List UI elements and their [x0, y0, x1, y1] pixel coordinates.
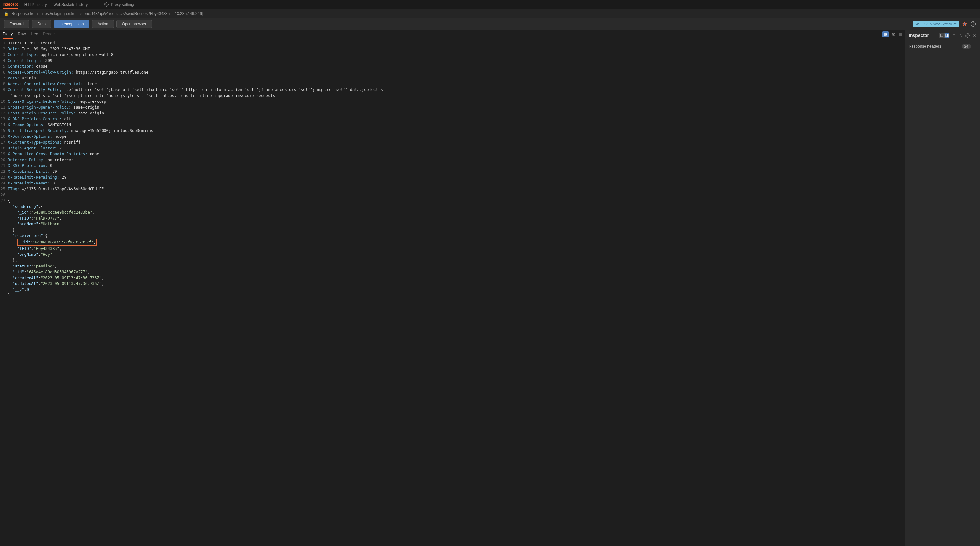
help-icon[interactable]	[970, 21, 976, 27]
code-line[interactable]: "createdAt":"2023-05-09T13:47:36.736Z",	[0, 275, 905, 281]
line-content: "createdAt":"2023-05-09T13:47:36.736Z",	[8, 275, 905, 281]
top-tabs: Intercept HTTP history WebSockets histor…	[0, 0, 980, 9]
layout-right-icon	[944, 33, 950, 38]
code-line[interactable]: 25ETag: W/"135-Qfnsl++S2opCVAv6yb6OqdCPH…	[0, 186, 905, 192]
code-area[interactable]: 1HTTP/1.1 201 Created2Date: Tue, 09 May …	[0, 39, 905, 546]
expand-icon[interactable]	[952, 33, 956, 38]
code-line[interactable]: 10Cross-Origin-Embedder-Policy: require-…	[0, 98, 905, 105]
code-line[interactable]: "TFID":"Hal970777",	[0, 215, 905, 221]
svg-rect-7	[940, 34, 941, 37]
layout-toggle[interactable]	[939, 33, 950, 38]
forward-button[interactable]: Forward	[4, 20, 29, 28]
line-content: X-Download-Options: noopen	[8, 133, 905, 140]
code-line[interactable]: 3Content-Type: application/json; charset…	[0, 52, 905, 58]
line-content: "orgName":"Hey"	[8, 252, 905, 257]
code-line[interactable]: },	[0, 227, 905, 233]
code-line[interactable]: 6Access-Control-Allow-Origin: https://st…	[0, 69, 905, 75]
view-tab-render[interactable]: Render	[43, 30, 56, 39]
open-browser-button[interactable]: Open browser	[116, 20, 152, 28]
code-line[interactable]: "orgName":"Hey"	[0, 252, 905, 257]
code-line[interactable]: 5Connection: close	[0, 63, 905, 69]
collapse-icon[interactable]	[959, 33, 963, 38]
code-line[interactable]: 20Referrer-Policy: no-referrer	[0, 157, 905, 163]
line-content: X-RateLimit-Reset: 0	[8, 180, 905, 186]
code-line[interactable]: "orgName":"Halborn"	[0, 221, 905, 227]
line-number: 6	[0, 69, 8, 75]
line-content: "orgName":"Halborn"	[8, 221, 905, 227]
jwt-badge[interactable]: WT, JSON Web Signature	[913, 21, 959, 27]
svg-point-0	[106, 4, 107, 5]
inspector-panel: Inspector Response headers 24 ﹀	[905, 30, 980, 546]
tab-http-history[interactable]: HTTP history	[24, 0, 47, 9]
action-button[interactable]: Action	[92, 20, 114, 28]
settings-gear-icon[interactable]	[965, 33, 970, 38]
code-line[interactable]: "_id":"643805cccae9bccf4c2e83be",	[0, 210, 905, 215]
line-number	[0, 204, 8, 210]
code-line[interactable]: 24X-RateLimit-Reset: 0	[0, 180, 905, 186]
line-number: 1	[0, 40, 8, 46]
code-line[interactable]: 4Content-Length: 309	[0, 58, 905, 63]
code-line[interactable]: 'none';script-src 'self';script-src-attr…	[0, 93, 905, 98]
code-line[interactable]: 2Date: Tue, 09 May 2023 13:47:36 GMT	[0, 46, 905, 52]
code-line[interactable]: "__v":0	[0, 287, 905, 292]
code-line[interactable]: 1HTTP/1.1 201 Created	[0, 40, 905, 46]
view-tab-pretty[interactable]: Pretty	[3, 30, 13, 39]
inspector-response-headers[interactable]: Response headers 24 ﹀	[905, 41, 980, 52]
close-icon[interactable]	[972, 33, 977, 38]
code-line[interactable]: "senderorg":{	[0, 204, 905, 210]
code-line[interactable]: 16X-Download-Options: noopen	[0, 133, 905, 140]
code-line[interactable]: 27{	[0, 198, 905, 204]
line-content: X-RateLimit-Limit: 30	[8, 168, 905, 175]
line-content: "_id":"645a4ef89ad305945067a277",	[8, 269, 905, 275]
code-line[interactable]: 8Access-Control-Allow-Credentials: true	[0, 81, 905, 87]
line-content: X-Frame-Options: SAMEORIGIN	[8, 122, 905, 128]
wrap-toggle-icon[interactable]	[882, 32, 889, 37]
main: Pretty Raw Hex Render \n 1HTTP/1.1 201 C…	[0, 30, 980, 546]
drop-button[interactable]: Drop	[32, 20, 51, 28]
code-line[interactable]: 23X-RateLimit-Remaining: 29	[0, 175, 905, 180]
code-line[interactable]: "_id":"645a4ef89ad305945067a277",	[0, 269, 905, 275]
response-url: https://stagingapi.truffles.one:443/api/…	[40, 11, 170, 16]
line-number: 16	[0, 133, 8, 140]
line-number	[0, 281, 8, 287]
gear-icon	[104, 2, 109, 7]
tab-intercept[interactable]: Intercept	[3, 0, 18, 9]
code-line[interactable]: 19X-Permitted-Cross-Domain-Policies: non…	[0, 151, 905, 157]
line-number: 11	[0, 105, 8, 110]
intercept-toggle-button[interactable]: Intercept is on	[54, 20, 89, 28]
line-number: 21	[0, 163, 8, 168]
tab-websockets-history[interactable]: WebSockets history	[54, 0, 88, 9]
code-line[interactable]: "receiverorg":{	[0, 233, 905, 239]
code-line[interactable]: 18Origin-Agent-Cluster: ?1	[0, 145, 905, 151]
code-line[interactable]: 13X-DNS-Prefetch-Control: off	[0, 116, 905, 122]
code-line[interactable]: "TFID":"Hey434385",	[0, 246, 905, 252]
view-tab-raw[interactable]: Raw	[18, 30, 25, 39]
line-number	[0, 221, 8, 227]
code-line[interactable]: "status":"pending",	[0, 263, 905, 269]
inspector-header: Inspector	[905, 30, 980, 41]
code-line[interactable]: 9Content-Security-Policy: default-src 's…	[0, 87, 905, 93]
code-line[interactable]: 21X-XSS-Protection: 0	[0, 163, 905, 168]
line-content: Access-Control-Allow-Credentials: true	[8, 81, 905, 87]
line-content: Access-Control-Allow-Origin: https://sta…	[8, 69, 905, 75]
code-line[interactable]: },	[0, 257, 905, 263]
code-line[interactable]: 14X-Frame-Options: SAMEORIGIN	[0, 122, 905, 128]
extension-icon[interactable]	[962, 21, 968, 27]
line-content: "updatedAt":"2023-05-09T13:47:36.736Z",	[8, 281, 905, 287]
code-line[interactable]: }	[0, 292, 905, 298]
proxy-settings[interactable]: Proxy settings	[104, 2, 135, 7]
line-content: ETag: W/"135-Qfnsl++S2opCVAv6yb6OqdCPHlE…	[8, 186, 905, 192]
code-line[interactable]: 7Vary: Origin	[0, 75, 905, 81]
hamburger-icon[interactable]	[899, 32, 902, 37]
code-line[interactable]: 26	[0, 192, 905, 198]
code-line[interactable]: 11Cross-Origin-Opener-Policy: same-origi…	[0, 105, 905, 110]
code-line[interactable]: "updatedAt":"2023-05-09T13:47:36.736Z",	[0, 281, 905, 287]
inspector-section-label: Response headers	[908, 44, 941, 49]
code-line[interactable]: 15Strict-Transport-Security: max-age=155…	[0, 128, 905, 133]
newline-icon[interactable]: \n	[892, 32, 895, 37]
view-tab-hex[interactable]: Hex	[31, 30, 38, 39]
code-line[interactable]: 12Cross-Origin-Resource-Policy: same-ori…	[0, 110, 905, 116]
code-line[interactable]: 22X-RateLimit-Limit: 30	[0, 168, 905, 175]
code-line[interactable]: "_id":"6408439293c228f97352057f",	[0, 239, 905, 246]
code-line[interactable]: 17X-Content-Type-Options: nosniff	[0, 140, 905, 145]
